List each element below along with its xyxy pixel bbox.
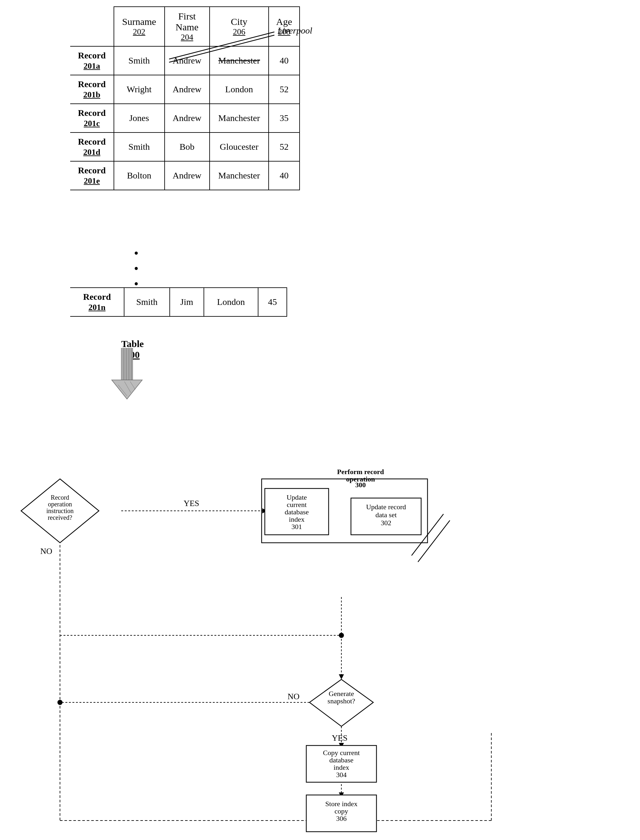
record-id-cell: Record201d [70,133,114,161]
svg-text:301: 301 [291,523,302,531]
svg-rect-3 [121,348,133,380]
page: Surname202 FirstName204 City206 Age208 [0,0,640,840]
svg-text:Generate: Generate [329,689,354,697]
svg-text:300: 300 [355,481,366,489]
svg-marker-22 [339,674,344,680]
cell-firstname-201e: Andrew [165,161,210,190]
svg-text:copy: copy [335,807,349,815]
cell-firstname-201d: Bob [165,133,210,161]
cell-age-201d: 52 [269,133,299,161]
svg-marker-8 [112,380,142,399]
svg-text:Store index: Store index [325,800,358,808]
record-id-cell-201n: Record201n [70,288,124,316]
yes-label: YES [184,499,199,508]
cell-city-201c: Manchester [210,104,269,133]
col-city-header: City206 [210,7,269,46]
cell-firstname-201b: Andrew [165,75,210,104]
cell-city-201e: Manchester [210,161,269,190]
cell-surname-201d: Smith [114,133,165,161]
col-city-number: 206 [216,27,263,37]
svg-text:current: current [287,501,307,508]
table-row: Record201a Smith Andrew Manchester 40 [70,46,299,75]
last-record-table: Record201n Smith Jim London 45 [70,287,287,317]
last-record-section: Record201n Smith Jim London 45 [70,287,287,317]
cell-surname-201n: Smith [124,288,170,316]
table-row: Record201d Smith Bob Gloucester 52 [70,133,299,161]
yes2-label: YES [332,733,347,743]
cell-age-201b: 52 [269,75,299,104]
cell-surname-201e: Bolton [114,161,165,190]
database-table: Surname202 FirstName204 City206 Age208 [70,6,300,190]
update-index-label: Update [286,493,307,501]
table-row: Record201n Smith Jim London 45 [70,288,287,316]
cell-age-201n: 45 [258,288,287,316]
table-section: Surname202 FirstName204 City206 Age208 [70,6,300,190]
col-surname-number: 202 [120,27,158,37]
record-id-cell: Record201b [70,75,114,104]
svg-text:Perform record: Perform record [337,468,384,476]
arrow-down-svg [109,348,147,402]
col-age-header: Age208 [269,7,299,46]
record-id-cell: Record201a [70,46,114,75]
cell-age-201a: 40 [269,46,299,75]
col-firstname-header: FirstName204 [165,7,210,46]
svg-text:306: 306 [336,814,347,822]
col-surname-header: Surname202 [114,7,165,46]
svg-text:data set: data set [376,511,397,519]
svg-text:snapshot?: snapshot? [328,697,355,705]
table-row: Record201c Jones Andrew Manchester 35 [70,104,299,133]
cell-city-201b: London [210,75,269,104]
svg-text:received?: received? [48,514,72,521]
svg-text:302: 302 [381,519,392,527]
cell-city-201a: Manchester [210,46,269,75]
cell-surname-201a: Smith [114,46,165,75]
cell-surname-201c: Jones [114,104,165,133]
record-id-cell: Record201c [70,104,114,133]
svg-text:operation: operation [48,501,72,508]
cell-city-201d: Gloucester [210,133,269,161]
svg-text:database: database [329,756,354,764]
svg-text:index: index [334,763,349,771]
cell-surname-201b: Wright [114,75,165,104]
svg-text:index: index [289,515,305,523]
cell-firstname-201n: Jim [170,288,204,316]
svg-text:Copy current: Copy current [323,749,360,757]
no2-label: NO [288,692,299,701]
svg-text:instruction: instruction [46,507,74,515]
col-age-number: 208 [275,27,293,37]
svg-text:database: database [285,508,309,516]
svg-text:Update record: Update record [366,503,406,511]
no-label: NO [40,547,52,556]
cell-firstname-201a: Andrew [165,46,210,75]
dots-section: ••• [134,246,138,292]
table-row: Record201e Bolton Andrew Manchester 40 [70,161,299,190]
svg-text:304: 304 [336,771,347,779]
flowchart-svg: Update current database index 301 Update… [0,406,640,840]
record-id-cell: Record201e [70,161,114,190]
cell-age-201c: 35 [269,104,299,133]
cell-city-201n: London [204,288,258,316]
cell-firstname-201c: Andrew [165,104,210,133]
svg-text:Record: Record [51,494,69,501]
cell-age-201e: 40 [269,161,299,190]
svg-point-24 [58,700,62,705]
col-firstname-number: 204 [171,32,203,42]
table-row: Record201b Wright Andrew London 52 [70,75,299,104]
